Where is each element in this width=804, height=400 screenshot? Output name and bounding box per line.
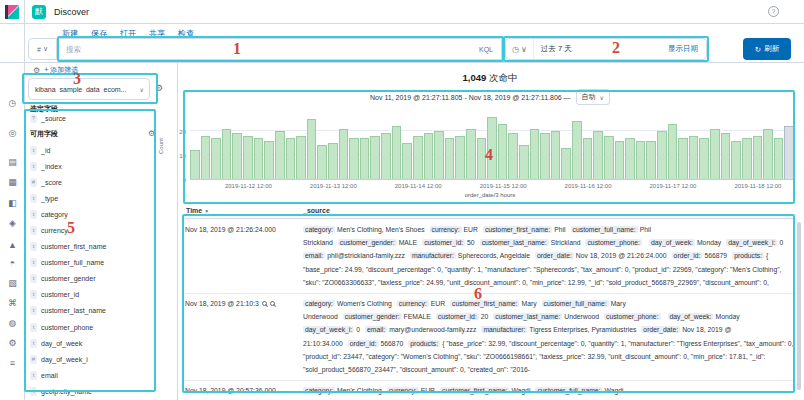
zoom-in-icon[interactable] xyxy=(262,301,267,306)
histogram-bar[interactable] xyxy=(721,133,731,179)
field-item-_source[interactable]: ? _source xyxy=(30,114,66,123)
histogram-bar[interactable] xyxy=(201,136,211,179)
field-item-email[interactable]: temail xyxy=(30,367,154,383)
histogram-bar[interactable] xyxy=(487,117,497,179)
histogram-bar[interactable] xyxy=(370,136,380,179)
nav-recent-icon[interactable]: ◷ xyxy=(6,97,19,110)
field-item-customer_first_name[interactable]: tcustomer_first_name xyxy=(30,239,154,255)
histogram-bar[interactable] xyxy=(540,133,550,179)
refresh-button[interactable]: ↻ 刷新 xyxy=(743,38,791,60)
histogram-bar[interactable] xyxy=(254,138,264,179)
query-filter-button[interactable]: #∨ xyxy=(28,38,57,60)
field-item-_score[interactable]: #_score xyxy=(30,174,154,190)
histogram-bar[interactable] xyxy=(445,138,455,179)
histogram-bar[interactable] xyxy=(636,141,646,179)
nav-maps-icon[interactable]: ◈ xyxy=(6,217,19,230)
histogram-bar[interactable] xyxy=(392,126,402,179)
histogram-bar[interactable] xyxy=(424,133,434,179)
nav-discover-icon[interactable]: ◎ xyxy=(6,127,19,140)
histogram-bar[interactable] xyxy=(774,138,784,179)
histogram-bar[interactable] xyxy=(466,129,476,179)
filter-settings-gear-icon[interactable]: ⚙ xyxy=(33,66,40,75)
field-item-customer_phone[interactable]: tcustomer_phone xyxy=(30,319,154,335)
zoom-out-icon[interactable] xyxy=(270,301,275,306)
nav-canvas-icon[interactable]: ◧ xyxy=(6,197,19,210)
histogram-bar[interactable] xyxy=(731,141,741,179)
field-item-_index[interactable]: t_index xyxy=(30,158,154,174)
histogram-bar[interactable] xyxy=(646,141,656,179)
histogram-bar[interactable] xyxy=(434,131,444,179)
menu-item-1[interactable]: 新建 xyxy=(62,28,78,38)
histogram-bar[interactable] xyxy=(190,150,200,179)
histogram-bar[interactable] xyxy=(561,148,571,179)
histogram-bar[interactable] xyxy=(349,138,359,179)
histogram-bar[interactable] xyxy=(615,141,625,179)
time-picker[interactable]: ◷ ∨ 过去 7 天 显示日期 xyxy=(505,38,707,60)
field-item-_id[interactable]: t_id xyxy=(30,142,154,158)
field-item-customer_full_name[interactable]: tcustomer_full_name xyxy=(30,255,154,271)
histogram-bar[interactable] xyxy=(477,138,487,179)
histogram-bar[interactable] xyxy=(232,133,242,179)
vertical-scrollbar[interactable] xyxy=(797,222,801,390)
search-input[interactable] xyxy=(58,45,479,54)
nav-management-icon[interactable]: ≡ xyxy=(6,357,19,370)
table-row[interactable]: Nov 18, 2019 @ 21:10:3category:Women's C… xyxy=(185,293,795,380)
histogram-bar[interactable] xyxy=(530,129,540,179)
histogram-bar[interactable] xyxy=(710,129,720,179)
histogram-bar[interactable] xyxy=(243,136,253,179)
histogram-bar[interactable] xyxy=(689,136,699,179)
index-settings-gear-icon[interactable]: ⚙ xyxy=(155,83,163,93)
field-settings-gear-icon[interactable]: ⚙ xyxy=(148,129,155,138)
clock-dropdown[interactable]: ◷ ∨ xyxy=(506,39,534,59)
histogram-bar[interactable] xyxy=(657,131,667,179)
histogram-bar[interactable] xyxy=(508,133,518,179)
menu-item-2[interactable]: 保存 xyxy=(91,28,107,38)
menu-item-3[interactable]: 打开 xyxy=(120,28,136,38)
histogram-bar[interactable] xyxy=(763,129,773,179)
field-item-geoip.city_name[interactable]: tgeoip.city_name xyxy=(30,383,154,399)
histogram-bar[interactable] xyxy=(275,131,285,179)
histogram-bar[interactable] xyxy=(413,136,423,179)
nav-metrics-icon[interactable]: ◓ xyxy=(6,257,19,270)
histogram-bar[interactable] xyxy=(625,138,635,179)
nav-machine-learning-icon[interactable]: ▲ xyxy=(6,239,19,252)
nav-logs-icon[interactable]: ▧ xyxy=(6,277,19,290)
histogram-bar[interactable] xyxy=(593,131,603,179)
histogram-bar[interactable] xyxy=(583,138,593,179)
add-filter-link[interactable]: + 添加筛选 xyxy=(44,65,78,75)
histogram-bar[interactable] xyxy=(668,124,678,179)
histogram-bar[interactable] xyxy=(678,138,688,179)
histogram-bar[interactable] xyxy=(753,136,763,179)
index-pattern-selector[interactable]: kibana_sample_data_ecom... ∨ xyxy=(28,78,150,100)
field-item-_type[interactable]: t_type xyxy=(30,190,154,206)
histogram-bar[interactable] xyxy=(211,138,221,179)
help-icon[interactable]: ? xyxy=(768,6,779,17)
histogram-bar[interactable] xyxy=(519,145,529,179)
time-column-header[interactable]: Time ▼ xyxy=(186,207,209,214)
nav-visualize-icon[interactable]: ▤ xyxy=(6,156,19,169)
nav-dev-tools-icon[interactable]: ⚙ xyxy=(6,337,19,350)
histogram-bar[interactable] xyxy=(307,119,317,179)
histogram-bar[interactable] xyxy=(498,124,508,179)
nav-apm-icon[interactable]: ⌘ xyxy=(6,297,19,310)
space-avatar[interactable]: 默 xyxy=(32,5,46,19)
histogram-bar[interactable] xyxy=(455,136,465,179)
show-dates-link[interactable]: 显示日期 xyxy=(668,44,706,54)
table-row[interactable]: Nov 18, 2019 @ 20:57:36.000category:Men'… xyxy=(185,380,795,400)
histogram-bar[interactable] xyxy=(339,129,349,179)
histogram-bar[interactable] xyxy=(572,121,582,179)
histogram-bar[interactable] xyxy=(742,138,752,179)
kql-language-toggle[interactable]: KQL xyxy=(479,46,501,53)
histogram-bar[interactable] xyxy=(317,145,327,179)
nav-dashboard-icon[interactable]: ▦ xyxy=(6,176,19,189)
time-range-value[interactable]: 过去 7 天 xyxy=(534,44,668,54)
field-item-customer_gender[interactable]: tcustomer_gender xyxy=(30,271,154,287)
histogram-bar[interactable] xyxy=(381,133,391,179)
histogram-bar[interactable] xyxy=(604,136,614,179)
table-row[interactable]: Nov 18, 2019 @ 21:26:24.000category:Men'… xyxy=(185,220,795,293)
field-item-category[interactable]: tcategory xyxy=(30,206,154,222)
histogram-bar[interactable] xyxy=(328,143,338,179)
field-item-customer_last_name[interactable]: tcustomer_last_name xyxy=(30,303,154,319)
field-item-customer_id[interactable]: tcustomer_id xyxy=(30,287,154,303)
histogram-bar[interactable] xyxy=(296,136,306,179)
